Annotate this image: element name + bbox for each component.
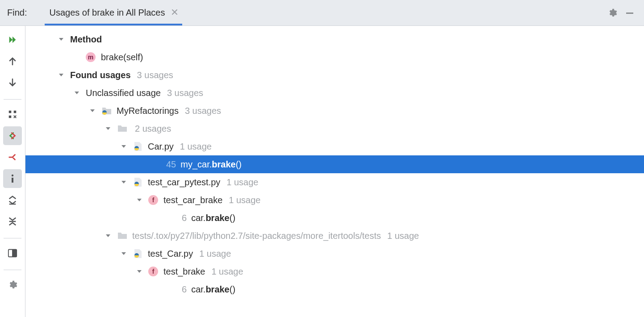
chevron-down-icon[interactable] <box>119 142 128 151</box>
usage-tree[interactable]: Method m brake(self) Found usages 3 usag… <box>25 26 644 317</box>
svg-rect-1 <box>9 111 12 113</box>
python-file-icon <box>133 177 143 188</box>
func1-row[interactable]: f test_car_brake 1 usage <box>25 191 644 209</box>
func2-label: test_brake <box>163 267 205 277</box>
function-badge-icon: f <box>148 195 158 205</box>
find-panel-header: Find: Usages of brake in All Places <box>0 0 644 26</box>
file3-label: test_Car.py <box>148 249 193 259</box>
svg-rect-0 <box>626 13 633 14</box>
python-file-icon <box>133 141 143 152</box>
usage-line-3[interactable]: 6 car.brake() <box>25 280 644 298</box>
dir2-count: 1 usage <box>387 231 419 241</box>
dir1-row[interactable]: 2 usages <box>25 120 644 138</box>
chevron-down-icon[interactable] <box>57 35 66 44</box>
dir2-row[interactable]: tests/.tox/py27/lib/python2.7/site-packa… <box>25 227 644 245</box>
dir2-path: tests/.tox/py27/lib/python2.7/site-packa… <box>132 231 381 241</box>
chevron-down-icon[interactable] <box>88 106 97 115</box>
merge-button[interactable] <box>3 126 22 145</box>
file3-count: 1 usage <box>199 249 231 259</box>
func2-count: 1 usage <box>211 267 243 277</box>
line-number: 45 <box>166 159 176 170</box>
file1-label: Car.py <box>148 142 174 152</box>
rerun-button[interactable] <box>3 30 22 49</box>
tab-title: Usages of brake in All Places <box>49 8 165 18</box>
func1-count: 1 usage <box>229 195 260 205</box>
find-label: Find: <box>7 8 27 18</box>
file1-row[interactable]: Car.py 1 usage <box>25 138 644 155</box>
project-row[interactable]: MyRefactorings 3 usages <box>25 102 644 120</box>
chevron-down-icon[interactable] <box>119 249 128 258</box>
tool-sidebar <box>0 26 25 317</box>
method-signature: brake(self) <box>101 52 143 63</box>
func2-row[interactable]: f test_brake 1 usage <box>25 263 644 280</box>
method-header: Method <box>70 34 102 45</box>
line-number: 6 <box>182 284 187 295</box>
file1-count: 1 usage <box>180 142 212 152</box>
svg-rect-5 <box>12 178 13 183</box>
svg-rect-3 <box>9 116 12 118</box>
code-text: my_car.brake() <box>180 159 242 170</box>
unclassified-count: 3 usages <box>167 88 203 98</box>
tab-usages[interactable]: Usages of brake in All Places <box>45 0 182 25</box>
dir1-count: 2 usages <box>135 124 171 134</box>
chevron-down-icon[interactable] <box>72 88 81 97</box>
collapse-all-button[interactable] <box>3 212 22 231</box>
file2-row[interactable]: test_car_pytest.py 1 usage <box>25 173 644 191</box>
project-label: MyRefactorings <box>117 106 179 116</box>
folder-icon <box>117 123 128 134</box>
found-usages-row[interactable]: Found usages 3 usages <box>25 66 644 84</box>
preview-button[interactable] <box>3 244 22 263</box>
method-row[interactable]: m brake(self) <box>25 48 644 66</box>
close-icon[interactable] <box>171 8 178 17</box>
file3-row[interactable]: test_Car.py 1 usage <box>25 245 644 263</box>
svg-rect-2 <box>14 111 17 113</box>
usage-line-2[interactable]: 6 car.brake() <box>25 209 644 227</box>
settings-button[interactable] <box>3 275 22 294</box>
folder-icon <box>117 230 128 241</box>
code-text: car.brake() <box>191 213 235 223</box>
prev-button[interactable] <box>3 52 22 71</box>
func1-label: test_car_brake <box>163 195 222 205</box>
line-number: 6 <box>182 213 187 223</box>
function-badge-icon: f <box>148 267 158 276</box>
expand-all-button[interactable] <box>3 191 22 209</box>
diff-button[interactable] <box>3 148 22 167</box>
chevron-down-icon[interactable] <box>119 178 128 187</box>
file2-label: test_car_pytest.py <box>148 177 220 188</box>
group-button[interactable] <box>3 105 22 124</box>
found-usages-count: 3 usages <box>137 70 173 80</box>
unclassified-row[interactable]: Unclassified usage 3 usages <box>25 84 644 102</box>
python-file-icon <box>133 248 143 259</box>
method-badge-icon: m <box>86 52 96 62</box>
chevron-down-icon[interactable] <box>104 231 113 240</box>
next-button[interactable] <box>3 73 22 92</box>
project-count: 3 usages <box>185 106 221 116</box>
project-icon <box>101 105 112 116</box>
chevron-down-icon[interactable] <box>135 267 144 276</box>
found-usages-label: Found usages <box>70 70 131 80</box>
chevron-down-icon[interactable] <box>57 71 66 79</box>
svg-point-4 <box>12 175 13 176</box>
code-text: car.brake() <box>191 284 235 295</box>
gear-icon[interactable] <box>607 8 617 18</box>
method-header-row[interactable]: Method <box>25 30 644 48</box>
info-button[interactable] <box>3 169 22 188</box>
usage-line-1[interactable]: 45 my_car.brake() <box>25 155 644 173</box>
minimize-icon[interactable] <box>625 8 634 18</box>
file2-count: 1 usage <box>226 177 258 188</box>
chevron-down-icon[interactable] <box>135 196 144 204</box>
svg-rect-7 <box>12 250 17 257</box>
chevron-down-icon[interactable] <box>104 124 113 133</box>
unclassified-label: Unclassified usage <box>86 88 161 98</box>
